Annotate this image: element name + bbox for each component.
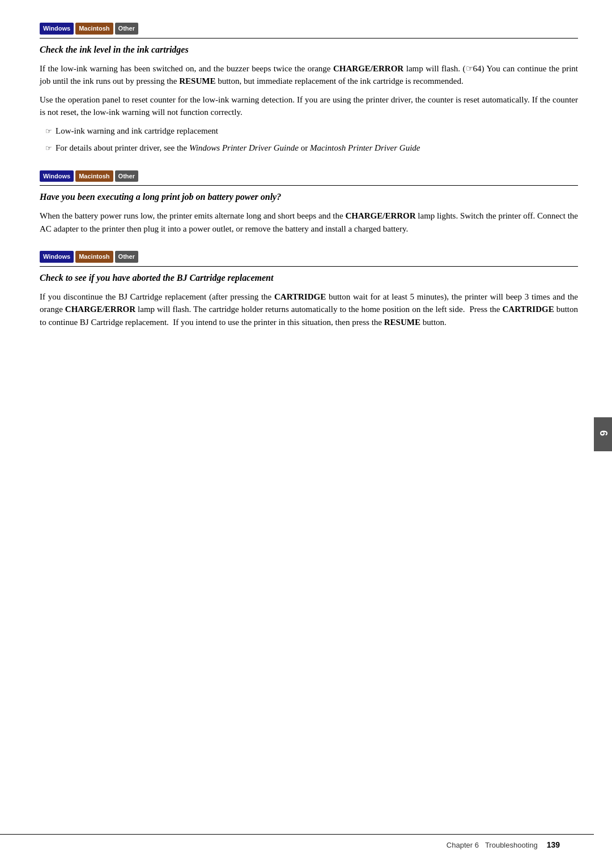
footer-chapter: Chapter 6 — [447, 840, 479, 851]
section-1-para-1: If the low-ink warning has been switched… — [40, 62, 578, 88]
note-symbol-1-2: ☞ — [45, 143, 52, 154]
note-1-1: ☞ Low-ink warning and ink cartridge repl… — [40, 125, 578, 138]
badge-windows-1: Windows — [40, 23, 74, 35]
badge-other-1: Other — [115, 23, 138, 35]
badge-other-3: Other — [115, 251, 138, 263]
section-body-2: When the battery power runs low, the pri… — [40, 209, 578, 235]
footer-section: Troubleshooting — [481, 840, 538, 851]
section-3-para-1: If you discontinue the BJ Cartridge repl… — [40, 290, 578, 329]
section-heading-3: Check to see if you have aborted the BJ … — [40, 271, 578, 285]
badge-other-2: Other — [115, 170, 138, 182]
note-1-2: ☞ For details about printer driver, see … — [40, 142, 578, 155]
main-content: Windows Macintosh Other Check the ink le… — [0, 0, 612, 868]
page-container: Windows Macintosh Other Check the ink le… — [0, 0, 612, 868]
badge-macintosh-3: Macintosh — [75, 251, 113, 263]
note-text-1-1: Low-ink warning and ink cartridge replac… — [56, 125, 218, 138]
section-divider-1 — [40, 38, 578, 39]
section-3: Windows Macintosh Other Check to see if … — [40, 251, 578, 328]
os-badges-1: Windows Macintosh Other — [40, 23, 578, 35]
section-body-1: If the low-ink warning has been switched… — [40, 62, 578, 155]
section-1: Windows Macintosh Other Check the ink le… — [40, 23, 578, 155]
section-1-para-2: Use the operation panel to reset counter… — [40, 93, 578, 119]
section-divider-3 — [40, 266, 578, 267]
note-text-1-2: For details about printer driver, see th… — [56, 142, 420, 155]
note-symbol-1-1: ☞ — [45, 126, 52, 137]
section-2: Windows Macintosh Other Have you been ex… — [40, 170, 578, 236]
section-divider-2 — [40, 185, 578, 186]
chapter-tab-number: 6 — [596, 430, 611, 437]
footer: Chapter 6 Troubleshooting 139 — [0, 834, 594, 851]
section-2-para-1: When the battery power runs low, the pri… — [40, 209, 578, 235]
section-heading-text-2: Have you been executing a long print job… — [40, 192, 281, 202]
os-badges-2: Windows Macintosh Other — [40, 170, 578, 182]
section-heading-1: Check the ink level in the ink cartridge… — [40, 43, 578, 57]
section-heading-text-1: Check the ink level in the ink cartridge… — [40, 45, 189, 54]
section-heading-text-3: Check to see if you have aborted the BJ … — [40, 273, 273, 283]
badge-macintosh-1: Macintosh — [75, 23, 113, 35]
badge-macintosh-2: Macintosh — [75, 170, 113, 182]
badge-windows-3: Windows — [40, 251, 74, 263]
section-heading-2: Have you been executing a long print job… — [40, 190, 578, 204]
chapter-tab: 6 — [594, 417, 612, 451]
badge-windows-2: Windows — [40, 170, 74, 182]
section-body-3: If you discontinue the BJ Cartridge repl… — [40, 290, 578, 329]
os-badges-3: Windows Macintosh Other — [40, 251, 578, 263]
footer-page-number: 139 — [547, 839, 560, 851]
